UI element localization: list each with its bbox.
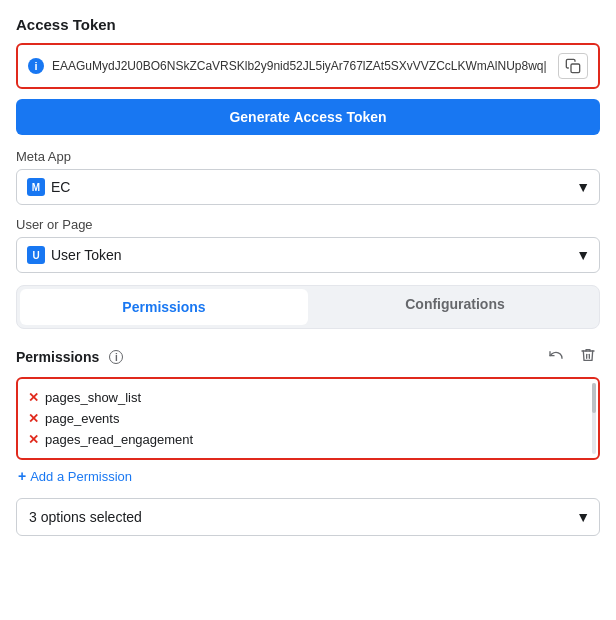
permissions-list-box: ✕ pages_show_list ✕ page_events ✕ pages_… (16, 377, 600, 460)
user-or-page-value: User Token (51, 247, 122, 263)
trash-icon (580, 347, 596, 363)
copy-icon (565, 58, 581, 74)
access-token-title: Access Token (16, 16, 600, 33)
meta-app-label: Meta App (16, 149, 600, 164)
add-permission-plus-icon: + (18, 468, 26, 484)
tab-configurations[interactable]: Configurations (311, 286, 599, 328)
access-token-box: i EAAGuMydJ2U0BO6NSkZCaVRSKlb2y9nid52JL5… (16, 43, 600, 89)
access-token-section: Access Token i EAAGuMydJ2U0BO6NSkZCaVRSK… (16, 16, 600, 149)
delete-button[interactable] (576, 345, 600, 369)
permission-page-events-label: page_events (45, 411, 119, 426)
copy-button[interactable] (558, 53, 588, 79)
undo-button[interactable] (544, 345, 568, 369)
scrollbar-thumb (592, 383, 596, 413)
permission-pages-read-engagement-label: pages_read_engagement (45, 432, 193, 447)
user-or-page-label: User or Page (16, 217, 600, 232)
tabs-row: Permissions Configurations (16, 285, 600, 329)
svg-rect-0 (571, 64, 580, 73)
meta-app-field: Meta App M EC ▼ (16, 149, 600, 205)
meta-app-select-wrapper: M EC ▼ (16, 169, 600, 205)
options-select[interactable]: 3 options selected (16, 498, 600, 536)
remove-pages-show-list-icon[interactable]: ✕ (28, 390, 39, 405)
scrollbar-track (592, 383, 596, 454)
undo-icon (548, 347, 564, 363)
meta-app-icon: M (27, 178, 45, 196)
permissions-section: Permissions i ✕ (16, 345, 600, 536)
tab-configurations-label: Configurations (405, 296, 505, 312)
add-permission-label: Add a Permission (30, 469, 132, 484)
permission-item-pages-show-list: ✕ pages_show_list (28, 387, 588, 408)
permissions-title: Permissions i (16, 349, 123, 365)
options-select-label: 3 options selected (29, 509, 142, 525)
permissions-title-text: Permissions (16, 349, 99, 365)
permissions-info-icon: i (109, 350, 123, 364)
tab-permissions[interactable]: Permissions (20, 289, 308, 325)
add-permission-link[interactable]: + Add a Permission (16, 468, 600, 484)
permission-item-pages-read-engagement: ✕ pages_read_engagement (28, 429, 588, 450)
user-icon: U (27, 246, 45, 264)
user-or-page-select-wrapper: U User Token ▼ (16, 237, 600, 273)
user-or-page-select[interactable]: U User Token (16, 237, 600, 273)
token-value: EAAGuMydJ2U0BO6NSkZCaVRSKlb2y9nid52JL5iy… (52, 59, 550, 73)
meta-app-value: EC (51, 179, 70, 195)
options-select-wrapper: 3 options selected ▼ (16, 498, 600, 536)
permissions-header: Permissions i (16, 345, 600, 369)
permission-pages-show-list-label: pages_show_list (45, 390, 141, 405)
permission-item-page-events: ✕ page_events (28, 408, 588, 429)
remove-pages-read-engagement-icon[interactable]: ✕ (28, 432, 39, 447)
remove-page-events-icon[interactable]: ✕ (28, 411, 39, 426)
tab-permissions-label: Permissions (122, 299, 205, 315)
user-or-page-field: User or Page U User Token ▼ (16, 217, 600, 273)
meta-app-select[interactable]: M EC (16, 169, 600, 205)
info-icon: i (28, 58, 44, 74)
permissions-actions (544, 345, 600, 369)
generate-access-token-button[interactable]: Generate Access Token (16, 99, 600, 135)
